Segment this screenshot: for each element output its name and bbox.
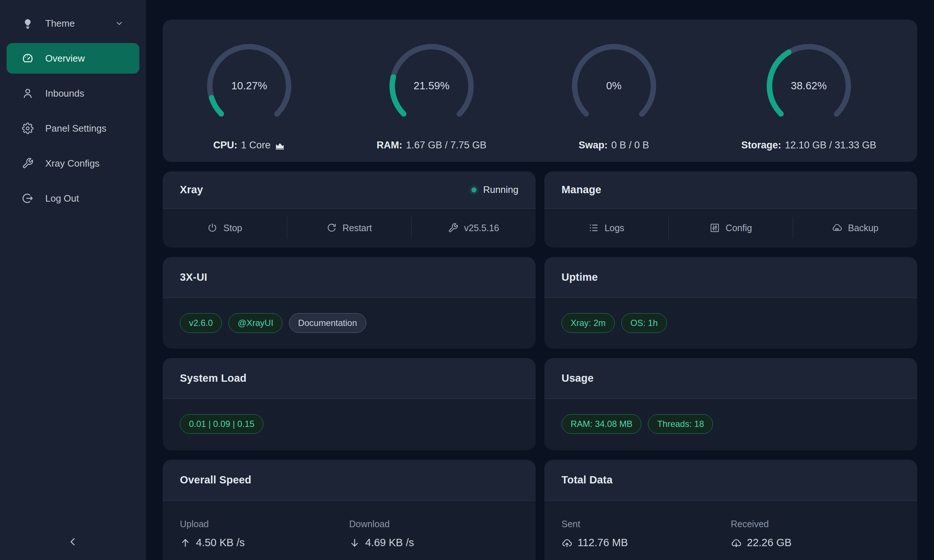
cloud-upload-icon <box>561 537 572 548</box>
chevron-down-icon <box>114 18 124 28</box>
logs-button-label: Logs <box>604 223 624 233</box>
swap-value: 0 B / 0 B <box>611 140 649 151</box>
upload-value: 4.50 KB /s <box>196 537 245 549</box>
sidebar-item-overview[interactable]: Overview <box>6 43 139 74</box>
xui-card: 3X-UI v2.6.0 @XrayUI Documentation <box>163 257 536 349</box>
system-load-card-title: System Load <box>180 372 247 384</box>
xray-status-text: Running <box>483 184 518 195</box>
xrayui-tag[interactable]: @XrayUI <box>228 313 282 333</box>
config-button[interactable]: Config <box>669 209 793 247</box>
arrow-down-icon <box>349 537 360 548</box>
sidebar-item-xray-configs[interactable]: Xray Configs <box>6 148 139 178</box>
chevron-left-icon <box>67 536 79 549</box>
sidebar-collapse-button[interactable] <box>64 534 82 551</box>
xray-uptime-tag: Xray: 2m <box>561 313 615 333</box>
xui-card-title: 3X-UI <box>180 271 207 283</box>
backup-button-label: Backup <box>848 223 878 233</box>
upload-label: Upload <box>180 519 349 529</box>
gear-icon <box>22 123 34 134</box>
storage-value: 12.10 GB / 31.33 GB <box>785 140 876 151</box>
threads-tag: Threads: 18 <box>648 414 713 434</box>
cpu-gauge: 10.27% CPU: 1 Core <box>203 40 295 151</box>
sent-value: 112.76 MB <box>578 537 628 549</box>
manage-card: Manage Logs Config Backup <box>544 171 917 248</box>
overall-speed-card-title: Overall Speed <box>180 474 251 486</box>
storage-percent: 38.62% <box>763 40 854 132</box>
usage-card: Usage RAM: 34.08 MB Threads: 18 <box>544 358 917 450</box>
cloud-download-icon <box>731 537 742 548</box>
sidebar-item-log-out[interactable]: Log Out <box>6 183 139 214</box>
sidebar-item-label: Theme <box>45 18 75 29</box>
ram-usage-tag: RAM: 34.08 MB <box>561 414 641 434</box>
status-dot-icon <box>472 188 476 192</box>
version-tag[interactable]: v2.6.0 <box>180 313 222 333</box>
sent-label: Sent <box>561 519 731 529</box>
xray-version-button[interactable]: v25.5.16 <box>412 209 536 247</box>
xray-version-label: v25.5.16 <box>464 223 499 233</box>
uptime-card-title: Uptime <box>561 271 598 283</box>
os-uptime-tag: OS: 1h <box>621 313 667 333</box>
sidebar-item-label: Inbounds <box>45 88 84 99</box>
wrench-icon <box>22 157 34 169</box>
received-label: Received <box>731 519 900 529</box>
sidebar-item-label: Panel Settings <box>45 123 106 134</box>
restart-icon <box>327 223 337 233</box>
sidebar-item-label: Xray Configs <box>45 158 100 169</box>
system-gauges-card: 10.27% CPU: 1 Core 21.59% RAM: 1.67 GB /… <box>163 20 917 162</box>
sent-stat: Sent 112.76 MB <box>561 519 731 549</box>
sidebar: Theme Overview Inbounds Panel Settings X… <box>0 0 146 560</box>
load-average-tag: 0.01 | 0.09 | 0.15 <box>180 414 264 434</box>
sidebar-item-inbounds[interactable]: Inbounds <box>6 78 139 109</box>
cpu-percent: 10.27% <box>203 40 295 132</box>
area-chart-icon[interactable] <box>274 140 285 151</box>
xray-status-badge: Running <box>472 184 518 195</box>
overall-speed-card: Overall Speed Upload 4.50 KB /s Download… <box>163 460 536 560</box>
download-label: Download <box>349 519 518 529</box>
sidebar-item-label: Log Out <box>45 193 79 204</box>
dashboard-icon <box>22 52 34 64</box>
restart-button-label: Restart <box>342 223 372 233</box>
storage-label: Storage: <box>741 140 781 151</box>
total-data-card: Total Data Sent 112.76 MB Received 22.26… <box>544 460 917 560</box>
logs-button[interactable]: Logs <box>544 209 668 247</box>
arrow-up-icon <box>180 537 191 548</box>
cpu-label: CPU: <box>213 140 237 151</box>
received-stat: Received 22.26 GB <box>731 519 900 549</box>
stop-button-label: Stop <box>223 223 242 233</box>
power-icon <box>207 223 217 233</box>
usage-card-title: Usage <box>561 372 593 384</box>
stop-button[interactable]: Stop <box>163 209 287 247</box>
sidebar-item-theme[interactable]: Theme <box>6 8 139 38</box>
system-load-card: System Load 0.01 | 0.09 | 0.15 <box>163 358 536 450</box>
received-value: 22.26 GB <box>747 537 792 549</box>
manage-card-title: Manage <box>561 184 601 196</box>
uptime-card: Uptime Xray: 2m OS: 1h <box>544 257 917 349</box>
list-icon <box>589 223 599 233</box>
backup-button[interactable]: Backup <box>793 209 917 247</box>
swap-label: Swap: <box>579 140 608 151</box>
storage-gauge: 38.62% Storage: 12.10 GB / 31.33 GB <box>741 40 876 151</box>
sidebar-item-label: Overview <box>45 53 85 64</box>
upload-stat: Upload 4.50 KB /s <box>180 519 349 549</box>
download-value: 4.69 KB /s <box>365 537 414 549</box>
sidebar-item-panel-settings[interactable]: Panel Settings <box>6 113 139 144</box>
swap-percent: 0% <box>569 40 660 132</box>
logout-icon <box>22 192 34 204</box>
ram-gauge: 21.59% RAM: 1.67 GB / 7.75 GB <box>376 40 486 151</box>
config-button-label: Config <box>726 223 752 233</box>
ram-value: 1.67 GB / 7.75 GB <box>406 140 487 151</box>
user-icon <box>22 88 34 99</box>
lightbulb-icon <box>22 17 34 29</box>
cpu-value: 1 Core <box>241 140 271 151</box>
xray-card: Xray Running Stop Restart v25.5.16 <box>163 171 536 248</box>
control-icon <box>710 223 720 233</box>
cloud-server-icon <box>832 223 842 233</box>
wrench-icon <box>448 223 458 233</box>
ram-label: RAM: <box>376 140 402 151</box>
main-content: 10.27% CPU: 1 Core 21.59% RAM: 1.67 GB /… <box>163 20 917 560</box>
swap-gauge: 0% Swap: 0 B / 0 B <box>569 40 660 151</box>
restart-button[interactable]: Restart <box>287 209 411 247</box>
documentation-tag[interactable]: Documentation <box>289 313 366 333</box>
download-stat: Download 4.69 KB /s <box>349 519 518 549</box>
ram-percent: 21.59% <box>386 40 477 132</box>
